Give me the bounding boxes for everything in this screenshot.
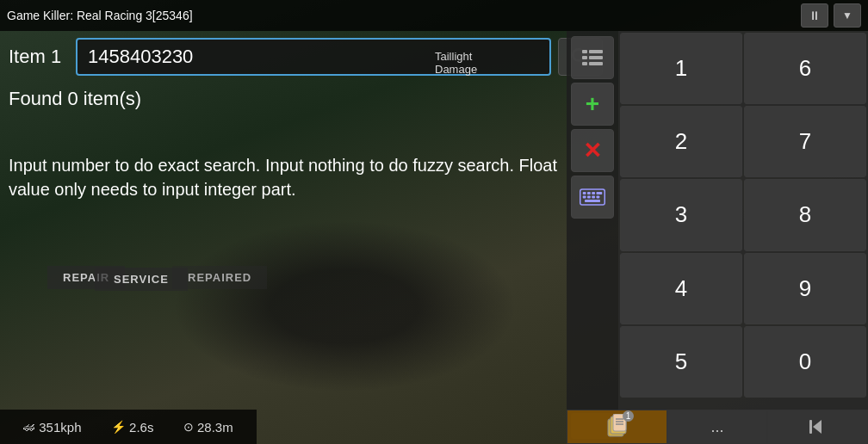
keyboard-icon — [580, 188, 605, 206]
time-value: 2.6s — [129, 420, 153, 435]
list-icon — [580, 46, 604, 70]
svg-rect-14 — [587, 196, 591, 199]
keyboard-button[interactable] — [571, 176, 614, 219]
pause-button[interactable]: ⏸ — [801, 3, 828, 28]
num-key-2[interactable]: 2 — [620, 106, 742, 177]
file-badge: 1 — [623, 410, 635, 422]
bottom-toolbar: 1 ... — [567, 410, 868, 444]
search-input-wrapper — [76, 38, 551, 76]
svg-rect-7 — [589, 62, 603, 65]
speed-status: 🏎 351kph — [23, 420, 81, 435]
numpad: 1 6 2 7 3 8 4 9 5 0 — [618, 31, 868, 444]
taillight-damage-label: Taillight Damage — [435, 50, 477, 76]
svg-rect-6 — [582, 62, 587, 65]
svg-rect-11 — [592, 192, 595, 194]
item-label: Item 1 — [9, 46, 69, 68]
app-title: Game Killer: Real Racing 3[25346] — [7, 9, 193, 22]
delete-button[interactable]: ✕ — [571, 129, 614, 172]
title-bar: Game Killer: Real Racing 3[25346] ⏸ ▼ — [0, 0, 868, 31]
right-toolbar: + ✕ — [567, 31, 618, 444]
num-key-6[interactable]: 6 — [744, 33, 866, 104]
speed-value: 351kph — [39, 420, 81, 435]
dropdown-button[interactable]: ▼ — [834, 3, 861, 28]
dots-button[interactable]: ... — [667, 410, 768, 444]
num-key-7[interactable]: 7 — [744, 106, 866, 177]
svg-rect-2 — [582, 50, 587, 53]
back-icon — [806, 416, 830, 437]
num-key-1[interactable]: 1 — [620, 33, 742, 104]
hint-text: Input number to do exact search. Input n… — [0, 146, 611, 208]
num-key-0[interactable]: 0 — [744, 326, 866, 398]
svg-rect-12 — [597, 192, 603, 194]
svg-rect-10 — [587, 192, 591, 194]
svg-rect-16 — [597, 196, 600, 199]
svg-rect-17 — [585, 200, 600, 202]
speed-icon: 🏎 — [23, 420, 35, 434]
repair-row: REPAIR REPAIRED — [0, 115, 611, 146]
svg-rect-3 — [589, 50, 603, 53]
main-overlay: Item 1 Found 0 item(s) REPAIR REPAIRED I… — [0, 31, 611, 410]
distance-value: 28.3m — [197, 420, 233, 435]
dots-label: ... — [711, 418, 724, 436]
list-button[interactable] — [571, 36, 614, 79]
svg-rect-9 — [583, 192, 586, 194]
found-items-text: Found 0 item(s) — [0, 83, 611, 115]
file-button[interactable]: 1 — [567, 410, 667, 444]
num-key-4[interactable]: 4 — [620, 253, 742, 324]
bottom-status-bar: 🏎 351kph ⚡ 2.6s ⊙ 28.3m — [0, 410, 257, 444]
service-label: SERVICE — [95, 268, 188, 291]
time-icon: ⚡ — [111, 420, 126, 434]
svg-rect-15 — [592, 196, 595, 199]
svg-rect-13 — [583, 196, 586, 199]
num-key-5[interactable]: 5 — [620, 326, 742, 398]
add-button[interactable]: + — [571, 83, 614, 126]
num-key-9[interactable]: 9 — [744, 253, 866, 324]
file-icon-wrap: 1 — [604, 414, 629, 441]
distance-icon: ⊙ — [183, 420, 194, 434]
title-controls: ⏸ ▼ — [801, 3, 861, 28]
time-status: ⚡ 2.6s — [111, 420, 153, 435]
search-row: Item 1 — [0, 31, 611, 83]
back-button[interactable] — [767, 410, 868, 444]
x-icon: ✕ — [583, 138, 602, 164]
num-key-3[interactable]: 3 — [620, 179, 742, 250]
search-input[interactable] — [76, 38, 551, 76]
distance-status: ⊙ 28.3m — [183, 420, 233, 435]
num-key-8[interactable]: 8 — [744, 179, 866, 250]
svg-marker-24 — [813, 420, 822, 434]
svg-rect-4 — [582, 56, 587, 59]
svg-rect-5 — [589, 56, 603, 59]
svg-rect-25 — [809, 420, 812, 434]
plus-icon: + — [586, 90, 599, 118]
